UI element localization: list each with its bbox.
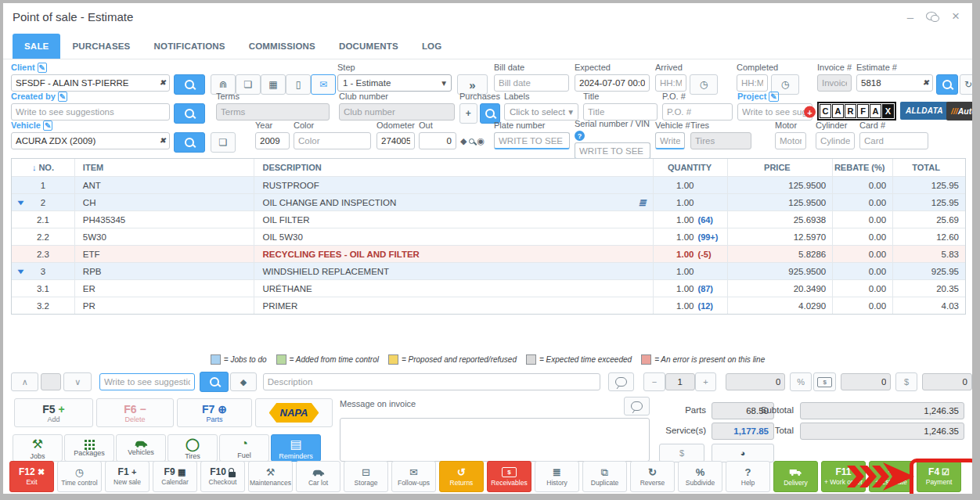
work-order-button[interactable]: F11+ Work order bbox=[821, 461, 866, 492]
table-row[interactable]: 3.2 PR PRIMER 1.00(12) 4.0290 0.00 4.03 bbox=[12, 297, 965, 314]
vehicle-search-button[interactable] bbox=[174, 132, 205, 153]
color-input[interactable] bbox=[294, 132, 371, 149]
col-quantity[interactable]: QUANTITY bbox=[653, 159, 728, 176]
catalog-vehicles-button[interactable]: Vehicles bbox=[116, 434, 166, 462]
client-input[interactable] bbox=[11, 74, 170, 92]
tab-purchases[interactable]: PURCHASES bbox=[60, 34, 142, 59]
duplicate-button[interactable]: ⧉Duplicate bbox=[582, 461, 627, 492]
vehicle-note-button[interactable]: ❏ bbox=[211, 132, 236, 153]
table-row[interactable]: 2.2 5W30 OIL 5W30 1.00(99+) 12.5970 0.00… bbox=[12, 228, 965, 245]
new-estimate-button[interactable]: ++ Estimate bbox=[869, 461, 913, 492]
vehicle-clear-icon[interactable]: ✖ bbox=[160, 135, 166, 144]
col-description[interactable]: DESCRIPTION bbox=[254, 159, 652, 176]
qty-plus-button[interactable]: + bbox=[695, 372, 717, 391]
card-no-input[interactable] bbox=[859, 132, 928, 149]
col-no[interactable]: NO. bbox=[38, 163, 54, 172]
qty-input[interactable] bbox=[665, 373, 695, 390]
tab-commissions[interactable]: COMMISSIONS bbox=[237, 34, 327, 59]
created-by-edit-icon[interactable]: ✎ bbox=[58, 92, 67, 102]
storage-button[interactable]: ⊟Storage bbox=[344, 461, 388, 492]
parts-button[interactable]: F7 ⊕ Parts bbox=[177, 398, 252, 427]
tab-sale[interactable]: SALE bbox=[13, 34, 60, 59]
follow-ups-button[interactable]: ✉Follow-ups bbox=[391, 461, 436, 492]
collapse-chevron-icon[interactable]: ▼ bbox=[16, 268, 26, 275]
labels-select[interactable]: Click to select▾ bbox=[504, 103, 578, 121]
payment-button[interactable]: F4☑Payment bbox=[917, 461, 961, 492]
autoserve-logo[interactable]: ///Auto Se bbox=[946, 102, 980, 121]
currency-button[interactable]: $ bbox=[659, 444, 704, 462]
table-row[interactable]: 3.1 ER URÉTHANE 1.00(87) 20.3490 0.00 20… bbox=[12, 279, 965, 297]
col-price[interactable]: PRICE bbox=[727, 159, 832, 176]
client-search-button[interactable] bbox=[174, 74, 205, 95]
minimize-icon[interactable]: – bbox=[907, 10, 913, 23]
project-edit-icon[interactable]: ✎ bbox=[769, 92, 778, 102]
arrived-input[interactable] bbox=[655, 74, 686, 92]
message-on-invoice-textarea[interactable] bbox=[340, 418, 650, 462]
tag-icon[interactable]: ◆ bbox=[460, 136, 467, 146]
table-row[interactable]: ▼2 CH OIL CHANGE AND INSPECTION≣ 1.00 12… bbox=[12, 193, 965, 210]
add-line-button[interactable]: F5 + Add bbox=[14, 398, 93, 427]
client-clear-icon[interactable]: ✖ bbox=[160, 77, 166, 86]
tab-documents[interactable]: DOCUMENTS bbox=[327, 34, 410, 59]
breakdown-button[interactable]: ◕ bbox=[712, 444, 774, 462]
chat-icon[interactable] bbox=[926, 12, 939, 22]
estimate-clear-icon[interactable]: ✖ bbox=[923, 77, 929, 86]
message-comment-button[interactable] bbox=[624, 397, 650, 415]
col-total[interactable]: TOTAL bbox=[892, 159, 965, 176]
table-row-error[interactable]: 2.3 ETF RECYCLING FEES - OIL AND FILTER … bbox=[12, 245, 965, 262]
maintenances-button[interactable]: ⚒Maintenances bbox=[248, 461, 293, 492]
po-input[interactable] bbox=[662, 103, 733, 121]
title-input[interactable] bbox=[583, 103, 658, 121]
collapse-chevron-icon[interactable]: ▼ bbox=[16, 199, 26, 207]
odometer-input[interactable] bbox=[377, 132, 415, 149]
year-input[interactable] bbox=[255, 132, 290, 149]
estimate-search-button[interactable] bbox=[936, 74, 958, 95]
item-suggestions-input[interactable] bbox=[99, 373, 195, 390]
delivery-button[interactable]: Delivery bbox=[773, 461, 818, 492]
alldata-logo[interactable]: ALLDATA bbox=[900, 102, 949, 120]
catalog-tires-button[interactable]: ◯Tires bbox=[168, 434, 218, 462]
client-edit-icon[interactable]: ✎ bbox=[38, 63, 47, 73]
cylinder-input[interactable] bbox=[816, 132, 855, 149]
expected-input[interactable] bbox=[575, 74, 650, 92]
eye-icon[interactable]: ◉ bbox=[477, 136, 485, 146]
cash-button[interactable]: $ bbox=[813, 372, 837, 391]
checkout-button[interactable]: F10Checkout bbox=[200, 461, 245, 492]
out-input[interactable] bbox=[419, 132, 456, 149]
col-rebate[interactable]: REBATE (%) bbox=[832, 159, 892, 176]
row-position-input[interactable] bbox=[41, 373, 61, 390]
subdivide-button[interactable]: %Subdivide bbox=[678, 461, 722, 492]
table-row[interactable]: 2.1 PH435345 OIL FILTER 1.00(64) 25.6938… bbox=[12, 210, 965, 228]
help-icon[interactable]: ? bbox=[575, 131, 585, 141]
catalog-fuel-button[interactable]: ◔Fuel bbox=[219, 434, 269, 462]
catalog-packages-button[interactable]: Packages bbox=[64, 434, 114, 462]
motor-input[interactable] bbox=[775, 132, 806, 149]
move-down-button[interactable]: ∨ bbox=[63, 372, 91, 391]
vehicle-no-input[interactable] bbox=[655, 132, 685, 149]
sort-down-icon[interactable]: ↓ bbox=[32, 163, 37, 172]
reverse-button[interactable]: ↻Reverse bbox=[630, 461, 675, 492]
table-row[interactable]: ▼3 RPB WINDSHIELD REPLACEMENT 1.00 925.9… bbox=[12, 262, 965, 279]
catalog-jobs-button[interactable]: ⚒Jobs bbox=[13, 434, 63, 462]
exit-button[interactable]: F12 ✖Exit bbox=[9, 461, 54, 492]
item-search-button[interactable] bbox=[200, 372, 229, 392]
receivables-button[interactable]: $Receivables bbox=[487, 461, 531, 492]
step-select[interactable]: 1 - Estimate▾ bbox=[337, 74, 452, 92]
description-input[interactable] bbox=[263, 373, 600, 390]
time-control-button[interactable]: ◷Time control bbox=[57, 461, 102, 492]
returns-button[interactable]: ↺Returns bbox=[439, 461, 484, 492]
completed-input[interactable] bbox=[737, 74, 768, 92]
project-add-icon[interactable]: + bbox=[804, 106, 816, 118]
bill-date-input[interactable] bbox=[494, 74, 569, 92]
col-item[interactable]: ITEM bbox=[74, 159, 254, 176]
qty-minus-button[interactable]: − bbox=[643, 372, 665, 391]
tab-log[interactable]: LOG bbox=[410, 34, 454, 59]
help-button[interactable]: ?Help bbox=[726, 461, 770, 492]
serial-vin-input[interactable] bbox=[575, 142, 650, 160]
purchases-add-button[interactable]: + bbox=[459, 103, 477, 124]
history-button[interactable]: ≣History bbox=[535, 461, 579, 492]
part-search-icon[interactable] bbox=[469, 138, 474, 144]
napa-button[interactable]: NAPA bbox=[255, 398, 333, 427]
car-lot-button[interactable]: Car lot bbox=[296, 461, 340, 492]
created-by-search-button[interactable] bbox=[174, 103, 205, 124]
